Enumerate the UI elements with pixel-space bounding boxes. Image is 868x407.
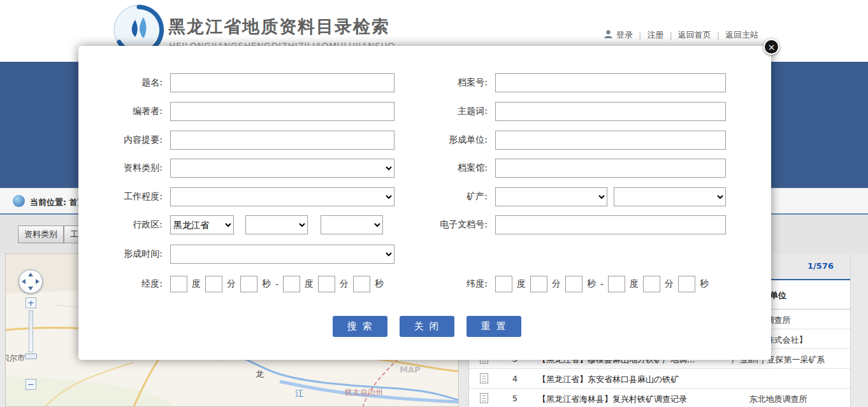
region-city-select[interactable] — [245, 215, 308, 234]
archive-no-input[interactable] — [495, 73, 726, 92]
title-input[interactable] — [170, 73, 394, 92]
min-label: 分 — [227, 278, 236, 290]
sec-label: 秒 — [700, 278, 709, 290]
field-label-title: 题名: — [78, 77, 163, 89]
lon-to-deg-input[interactable] — [283, 276, 300, 292]
site-title: 黑龙江省地质资料目录检索 — [168, 15, 390, 38]
lon-to-min-input[interactable] — [318, 276, 335, 292]
form-unit-input[interactable] — [495, 131, 726, 150]
map-watermark: MAP — [400, 365, 421, 375]
page: 黑龙江省地质资料目录检索 HEILONGJIANGSHENGDIZHIZILIA… — [0, 0, 868, 407]
archive-hall-input[interactable] — [495, 159, 726, 178]
table-row[interactable]: 5 【黑龙江省海林县】复兴村铁矿调查记录 东北地质调查所 — [469, 389, 850, 407]
nav-separator: | — [717, 31, 720, 40]
register-link[interactable]: 注册 — [647, 29, 663, 41]
longitude-dms-group: 度 分 秒 - 度 分 秒 — [170, 275, 384, 294]
globe-icon — [13, 195, 25, 207]
sec-label: 秒 — [262, 278, 271, 290]
min-label: 分 — [340, 278, 349, 290]
zoom-in-button[interactable]: + — [25, 297, 36, 308]
region-county-select[interactable] — [321, 215, 383, 234]
region-province-select[interactable]: 黑龙江省 — [170, 215, 234, 234]
map-label-oblast: 犹太自治州 — [345, 387, 383, 398]
pan-right-icon[interactable] — [36, 279, 40, 284]
min-label: 分 — [552, 278, 561, 290]
field-label-form-unit: 形成单位: — [378, 134, 488, 146]
pan-down-icon[interactable] — [28, 287, 33, 290]
lat-to-sec-input[interactable] — [678, 276, 695, 292]
lon-from-sec-input[interactable] — [240, 276, 257, 292]
deg-label: 度 — [630, 278, 639, 290]
form-time-select[interactable] — [170, 245, 394, 264]
map-pan-control[interactable] — [18, 269, 43, 294]
pan-up-icon[interactable] — [28, 273, 33, 276]
deg-label: 度 — [305, 278, 314, 290]
reset-button[interactable]: 重 置 — [467, 316, 521, 337]
field-label-latitude: 纬度: — [378, 278, 488, 290]
deg-label: 度 — [192, 278, 201, 290]
row-number: 5 — [501, 394, 529, 403]
nav-separator: | — [669, 31, 672, 40]
field-label-archive-no: 档案号: — [378, 77, 488, 89]
close-icon[interactable]: × — [763, 39, 779, 55]
work-degree-select[interactable] — [170, 187, 394, 206]
search-button[interactable]: 搜 索 — [333, 316, 387, 337]
field-label-edoc-no: 电子文档号: — [378, 219, 488, 231]
mineral-select-2[interactable] — [614, 187, 726, 206]
zoom-out-button[interactable]: − — [25, 379, 36, 390]
field-label-subject: 主题词: — [378, 106, 488, 117]
lat-to-min-input[interactable] — [643, 276, 660, 292]
close-button[interactable]: 关 闭 — [400, 316, 454, 337]
search-modal: × 题名: 档案号: 编著者: 主题词: 内容提要: 形成单位: 资料类别: 档… — [78, 46, 771, 360]
latitude-dms-group: 度 分 秒 - 度 分 秒 — [495, 275, 709, 294]
tab-category[interactable]: 资料类别 — [18, 225, 64, 243]
field-label-work-degree: 工作程度: — [78, 191, 163, 203]
row-title[interactable]: 【黑龙江省】东安省林口县麻山の铁矿 — [538, 374, 679, 385]
range-dash: - — [275, 279, 278, 289]
back-home-link[interactable]: 返回首页 — [678, 29, 711, 41]
author-input[interactable] — [170, 102, 394, 121]
lon-from-deg-input[interactable] — [170, 276, 187, 292]
login-link[interactable]: 登录 — [616, 29, 633, 41]
field-label-longitude: 经度: — [78, 278, 163, 290]
field-label-author: 编著者: — [78, 106, 163, 117]
pan-left-icon[interactable] — [22, 279, 25, 284]
back-main-link[interactable]: 返回主站 — [725, 29, 758, 41]
lat-to-deg-input[interactable] — [608, 276, 625, 292]
field-label-region: 行政区: — [78, 219, 163, 231]
user-icon — [604, 30, 612, 40]
map-label-city: 贝尔市 — [5, 353, 25, 364]
lon-to-sec-input[interactable] — [353, 276, 370, 292]
table-row[interactable]: 4 【黑龙江省】东安省林口县麻山の铁矿 — [469, 369, 850, 389]
lat-from-min-input[interactable] — [530, 276, 547, 292]
subject-input[interactable] — [495, 102, 726, 121]
edoc-no-input[interactable] — [495, 215, 726, 234]
sec-label: 秒 — [587, 278, 596, 290]
field-label-form-time: 形成时间: — [78, 248, 163, 260]
lat-from-deg-input[interactable] — [495, 276, 512, 292]
row-number: 4 — [501, 374, 529, 383]
lon-from-min-input[interactable] — [205, 276, 222, 292]
summary-input[interactable] — [170, 131, 394, 150]
field-label-summary: 内容提要: — [78, 134, 163, 146]
deg-label: 度 — [517, 278, 526, 290]
row-title[interactable]: 【黑龙江省海林县】复兴村铁矿调查记录 — [538, 394, 687, 405]
lat-from-sec-input[interactable] — [565, 276, 582, 292]
field-label-archive-hall: 档案馆: — [378, 162, 488, 174]
min-label: 分 — [665, 278, 674, 290]
zoom-slider-handle[interactable] — [25, 353, 37, 359]
range-dash: - — [600, 279, 604, 289]
document-icon — [480, 393, 488, 403]
category-select[interactable] — [170, 159, 394, 178]
field-label-mineral: 矿产: — [378, 191, 488, 203]
pagination[interactable]: 1/576 — [807, 261, 834, 271]
zoom-slider-track[interactable] — [29, 310, 33, 352]
field-label-category: 资料类别: — [78, 162, 163, 174]
breadcrumb: 当前位置: 首页 — [30, 197, 86, 208]
map-label-jiang: 江 — [295, 388, 303, 399]
mineral-select-1[interactable] — [495, 187, 607, 206]
map-label-long: 龙 — [256, 369, 264, 380]
document-icon — [480, 373, 488, 383]
top-nav: 登录 | 注册 | 返回首页 | 返回主站 — [604, 29, 758, 41]
row-unit: 东北地质调查所 — [714, 394, 842, 405]
